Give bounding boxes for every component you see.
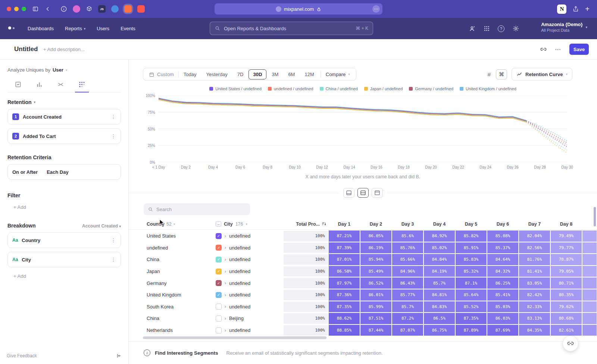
give-feedback-link[interactable]: Give Feedback: [7, 353, 37, 358]
legend-item[interactable]: China / undefined: [320, 87, 358, 91]
mixpanel-tab-icon[interactable]: [124, 5, 132, 13]
expand-chevron-icon[interactable]: ›: [225, 257, 226, 262]
nav-events[interactable]: Events: [121, 26, 135, 31]
new-tab-icon[interactable]: +: [585, 5, 590, 13]
kebab-menu-icon[interactable]: ⋮: [111, 257, 116, 263]
expand-chevron-icon[interactable]: ›: [225, 269, 226, 274]
expand-chevron-icon[interactable]: ›: [225, 328, 226, 333]
range-button-3m[interactable]: 3M: [267, 69, 283, 79]
legend-item[interactable]: United Kingdom / undefined: [460, 87, 516, 91]
collapse-sidebar-icon[interactable]: [116, 353, 122, 359]
expand-chevron-icon[interactable]: ›: [225, 245, 226, 250]
share-link-fab[interactable]: [563, 336, 578, 351]
nav-users[interactable]: Users: [97, 26, 109, 31]
save-button[interactable]: Save: [569, 44, 589, 55]
tab-insights[interactable]: [11, 79, 25, 92]
expand-chevron-icon[interactable]: ›: [225, 316, 226, 321]
browser-sidebar-icon[interactable]: [32, 6, 39, 12]
criteria-mode-select[interactable]: On or After: [12, 169, 38, 175]
table-row[interactable]: United States✓›undefined100%87.21%86.05%…: [129, 230, 597, 242]
table-row[interactable]: Netherlands›undefined100%88.85%87.44%87.…: [129, 324, 597, 336]
expand-chevron-icon[interactable]: ›: [225, 304, 226, 309]
expand-chevron-icon[interactable]: ›: [225, 233, 226, 239]
table-row[interactable]: Japan✓›undefined100%86.58%85.49%84.96%84…: [129, 266, 597, 277]
add-breakdown-button[interactable]: + Add: [13, 273, 121, 279]
minimize-window-button[interactable]: [14, 7, 19, 11]
cube-favicon[interactable]: [86, 6, 93, 12]
nav-dashboards[interactable]: Dashboards: [28, 26, 54, 31]
breakdown-context-select[interactable]: Account Created ▾: [82, 223, 121, 229]
day-column-header[interactable]: Day 6: [487, 222, 519, 227]
demo-user-icon[interactable]: [468, 25, 476, 32]
legend-item[interactable]: Germany / undefined: [409, 87, 453, 91]
report-title[interactable]: Untitled: [14, 46, 38, 53]
zoom-window-button[interactable]: [22, 7, 26, 11]
pink-favicon[interactable]: [73, 5, 80, 13]
range-button-7d[interactable]: 7D: [233, 69, 248, 79]
series-checkbox[interactable]: ✓: [216, 280, 222, 286]
legend-item[interactable]: United States / undefined: [209, 87, 262, 91]
series-checkbox[interactable]: [216, 304, 222, 310]
settings-gear-icon[interactable]: [512, 25, 519, 32]
expand-chevron-icon[interactable]: ›: [225, 280, 226, 286]
day-column-header[interactable]: Day 5: [455, 222, 487, 227]
horizontal-scrollbar[interactable]: [143, 336, 326, 339]
compare-button[interactable]: Compare ▾: [321, 70, 355, 78]
criteria-interval-select[interactable]: Each Day: [47, 169, 69, 175]
site-options-icon[interactable]: ⋯: [372, 5, 380, 13]
retention-step-1[interactable]: 1 Account Created ⋮: [7, 109, 121, 125]
add-filter-button[interactable]: + Add: [13, 204, 121, 210]
tab-retention[interactable]: [75, 79, 89, 92]
select-all-checkbox[interactable]: –: [216, 221, 221, 227]
info-favicon[interactable]: [60, 6, 67, 12]
breakdown-city[interactable]: Aa City ⋮: [7, 252, 121, 267]
more-options-icon[interactable]: ⋯: [555, 46, 561, 53]
help-icon[interactable]: ?: [498, 25, 504, 32]
kebab-menu-icon[interactable]: ⋮: [111, 114, 116, 120]
series-checkbox[interactable]: ✓: [216, 292, 222, 298]
tab-flows[interactable]: [54, 79, 68, 92]
project-selector[interactable]: Amazonia {Demo} All Project Data ▾: [541, 22, 587, 32]
segments-title[interactable]: Find Interesting Segments: [155, 350, 218, 356]
series-checkbox[interactable]: [216, 316, 222, 321]
chevron-down-icon[interactable]: ▾: [246, 222, 247, 226]
retention-step-2[interactable]: 2 Added To Cart ⋮: [7, 128, 121, 144]
address-bar[interactable]: mixpanel.com ⋯: [215, 3, 382, 15]
table-row[interactable]: Germany✓›undefined100%87.97%86.52%86.43%…: [129, 277, 597, 289]
vertical-scrollbar[interactable]: [594, 207, 596, 226]
copy-link-icon[interactable]: [540, 46, 547, 53]
table-search[interactable]: [144, 203, 250, 215]
retention-section-label[interactable]: Retention: [7, 99, 32, 105]
table-row[interactable]: South Korea›undefined100%87.35%85.99%85.…: [129, 301, 597, 313]
series-checkbox[interactable]: [216, 327, 222, 333]
day-column-header[interactable]: Day 8: [550, 222, 582, 227]
range-button-today[interactable]: Today: [179, 69, 201, 79]
retention-criteria-card[interactable]: On or After Each Day: [7, 164, 121, 180]
table-row[interactable]: undefined✓›undefined100%87.39%86.19%85.7…: [129, 242, 597, 254]
annotations-icon[interactable]: #: [487, 71, 491, 78]
legend-item[interactable]: Japan / undefined: [364, 87, 403, 91]
range-button-6m[interactable]: 6M: [284, 69, 299, 79]
nav-reports[interactable]: Reports▾: [65, 26, 85, 31]
chart-only-view-button[interactable]: [343, 188, 354, 198]
city-column-header[interactable]: City: [224, 222, 233, 227]
red-favicon[interactable]: [137, 5, 145, 13]
expand-chevron-icon[interactable]: ›: [225, 292, 226, 298]
day-column-header[interactable]: Day 3: [392, 222, 423, 227]
safari-favicon[interactable]: [111, 5, 119, 13]
range-button-yesterday[interactable]: Yesterday: [202, 69, 232, 79]
split-view-button[interactable]: [357, 188, 369, 198]
add-description[interactable]: + Add description...: [43, 47, 85, 52]
table-row[interactable]: United Kingdom✓›undefined100%87.36%86.01…: [129, 289, 597, 301]
custom-date-button[interactable]: Custom: [144, 72, 178, 77]
total-column-header[interactable]: Total Pro...: [296, 222, 320, 227]
day-column-header[interactable]: Day 2: [360, 222, 392, 227]
kebab-menu-icon[interactable]: ⋮: [111, 237, 116, 243]
series-checkbox[interactable]: ✓: [216, 245, 222, 251]
global-search[interactable]: Open Reports & Dashboards ⌘ + K: [210, 22, 373, 35]
back-icon[interactable]: [45, 6, 51, 12]
sort-icon[interactable]: [321, 221, 327, 227]
kebab-menu-icon[interactable]: ⋮: [111, 133, 116, 139]
table-search-input[interactable]: [156, 207, 246, 212]
country-column-header[interactable]: Country: [147, 222, 165, 227]
